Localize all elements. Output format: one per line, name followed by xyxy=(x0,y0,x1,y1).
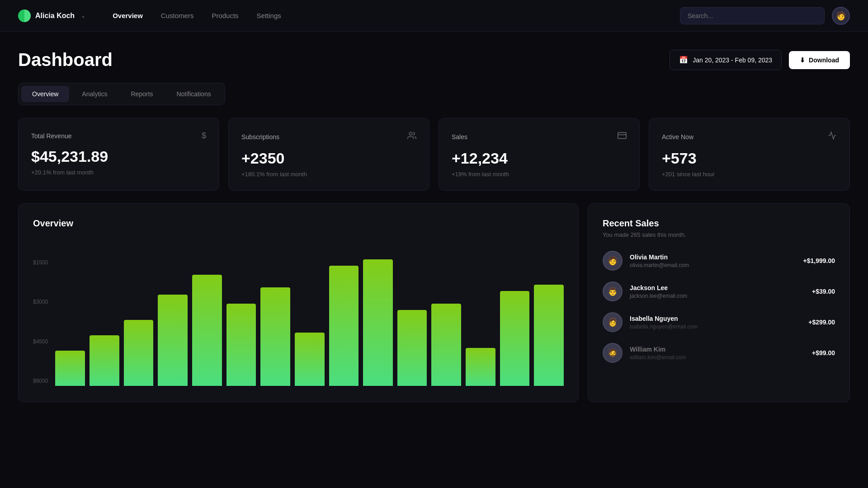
stat-sub-subscriptions: +180.1% from last month xyxy=(241,171,416,178)
stat-card-active: Active Now +573 +201 since last hour xyxy=(649,118,850,191)
stat-value-subscriptions: +2350 xyxy=(241,150,416,167)
page-title: Dashboard xyxy=(18,50,113,70)
sales-list: 🧑Olivia Martinolivia.martin@email.com+$1… xyxy=(603,251,835,363)
bar-group xyxy=(55,259,85,386)
sale-email: jackson.lee@email.com xyxy=(630,293,805,299)
chart-bar xyxy=(466,348,495,386)
stat-card-sales: Sales +12,234 +19% from last month xyxy=(439,118,640,191)
sale-info: Olivia Martinolivia.martin@email.com xyxy=(630,253,796,268)
bar-group xyxy=(363,259,393,386)
sale-amount: +$39.00 xyxy=(812,288,835,295)
nav-right: 🧑 xyxy=(680,7,850,25)
stat-value-sales: +12,234 xyxy=(452,150,627,167)
nav-links: Overview Customers Products Settings xyxy=(113,10,680,21)
nav-link-settings[interactable]: Settings xyxy=(257,10,281,21)
sale-name: William Kim xyxy=(630,346,805,353)
date-range-button[interactable]: 📅 Jan 20, 2023 - Feb 09, 2023 xyxy=(670,50,782,70)
recent-sales-sub: You made 265 sales this month. xyxy=(603,231,835,238)
sale-email: olivia.martin@email.com xyxy=(630,262,796,268)
y-label-1: $4500 xyxy=(33,338,48,345)
sale-info: Isabella Nguyenisabella.nguyen@email.com xyxy=(630,315,801,330)
stat-sub-sales: +19% from last month xyxy=(452,171,627,178)
bar-group xyxy=(534,259,564,386)
bar-group xyxy=(466,259,495,386)
chart-bar xyxy=(260,287,290,386)
stat-label-active: Active Now xyxy=(662,133,693,141)
stat-label-revenue: Total Revenue xyxy=(31,132,72,140)
bar-group xyxy=(192,259,222,386)
nav-link-products[interactable]: Products xyxy=(212,10,238,21)
chart-bar xyxy=(90,335,119,386)
y-label-2: $3000 xyxy=(33,299,48,305)
sale-avatar: 🧑 xyxy=(603,251,623,271)
tab-analytics[interactable]: Analytics xyxy=(71,86,118,102)
svg-point-0 xyxy=(409,132,412,136)
chart-bar xyxy=(226,304,256,386)
sale-item: 🧑Olivia Martinolivia.martin@email.com+$1… xyxy=(603,251,835,271)
sale-info: William Kimwilliam.kim@email.com xyxy=(630,346,805,361)
bar-group xyxy=(329,259,359,386)
download-icon: ⬇ xyxy=(800,56,805,64)
stat-card-header-sales: Sales xyxy=(452,131,627,142)
user-avatar[interactable]: 🧑 xyxy=(832,7,850,25)
chart-bar xyxy=(534,285,564,386)
bar-group xyxy=(500,259,530,386)
brand-chevron-icon[interactable]: ⌄ xyxy=(81,13,85,19)
chart-bar xyxy=(431,304,461,386)
recent-sales-card: Recent Sales You made 265 sales this mon… xyxy=(588,203,850,402)
tab-reports[interactable]: Reports xyxy=(120,86,164,102)
stat-value-active: +573 xyxy=(662,150,837,167)
users-icon xyxy=(407,131,416,142)
stat-sub-active: +201 since last hour xyxy=(662,171,837,178)
sale-amount: +$99.00 xyxy=(812,349,835,357)
sale-item: 👩Isabella Nguyenisabella.nguyen@email.co… xyxy=(603,312,835,332)
brand-name: Alicia Koch xyxy=(35,12,75,20)
sale-name: Olivia Martin xyxy=(630,253,796,261)
calendar-icon: 📅 xyxy=(679,56,688,64)
stat-card-subscriptions: Subscriptions +2350 +180.1% from last mo… xyxy=(228,118,429,191)
sale-info: Jackson Leejackson.lee@email.com xyxy=(630,284,805,299)
stat-card-header: Total Revenue $ xyxy=(31,131,206,141)
bar-group xyxy=(431,259,461,386)
page-header: Dashboard 📅 Jan 20, 2023 - Feb 09, 2023 … xyxy=(18,50,850,70)
chart-bar xyxy=(363,259,393,386)
bar-group xyxy=(397,259,427,386)
chart-title: Overview xyxy=(33,218,564,229)
sale-email: william.kim@email.com xyxy=(630,354,805,361)
nav-link-customers[interactable]: Customers xyxy=(161,10,194,21)
chart-y-labels: $6000 $4500 $3000 $1500 xyxy=(33,259,48,386)
sale-amount: +$299.00 xyxy=(808,319,835,326)
dollar-icon: $ xyxy=(202,131,206,141)
chart-bar xyxy=(500,291,530,386)
download-button[interactable]: ⬇ Download xyxy=(789,51,850,69)
chart-bar xyxy=(192,275,222,386)
chart-bar xyxy=(124,320,154,386)
tab-overview[interactable]: Overview xyxy=(21,86,69,102)
sale-item: 🧔William Kimwilliam.kim@email.com+$99.00 xyxy=(603,343,835,363)
svg-rect-1 xyxy=(618,132,626,138)
bar-group xyxy=(226,259,256,386)
sale-avatar: 🧔 xyxy=(603,343,623,363)
bar-group xyxy=(158,259,188,386)
header-actions: 📅 Jan 20, 2023 - Feb 09, 2023 ⬇ Download xyxy=(670,50,850,70)
nav-link-overview[interactable]: Overview xyxy=(113,10,143,21)
main-content: Dashboard 📅 Jan 20, 2023 - Feb 09, 2023 … xyxy=(0,32,868,402)
date-range-label: Jan 20, 2023 - Feb 09, 2023 xyxy=(693,56,772,64)
bar-group xyxy=(295,259,325,386)
bar-group xyxy=(260,259,290,386)
bar-group xyxy=(90,259,119,386)
stat-cards: Total Revenue $ $45,231.89 +20.1% from l… xyxy=(18,118,850,191)
chart-area: $6000 $4500 $3000 $1500 xyxy=(33,241,564,386)
chart-bar xyxy=(295,333,325,386)
bar-group xyxy=(124,259,154,386)
chart-bar xyxy=(329,266,359,386)
chart-bar xyxy=(55,351,85,386)
stat-card-header-active: Active Now xyxy=(662,131,837,142)
sale-avatar: 👨 xyxy=(603,282,623,301)
navbar: Alicia Koch ⌄ Overview Customers Product… xyxy=(0,0,868,32)
search-input[interactable] xyxy=(680,7,825,24)
tab-notifications[interactable]: Notifications xyxy=(165,86,222,102)
chart-bar xyxy=(397,310,427,386)
stat-sub-revenue: +20.1% from last month xyxy=(31,169,206,176)
stat-card-header-subs: Subscriptions xyxy=(241,131,416,142)
